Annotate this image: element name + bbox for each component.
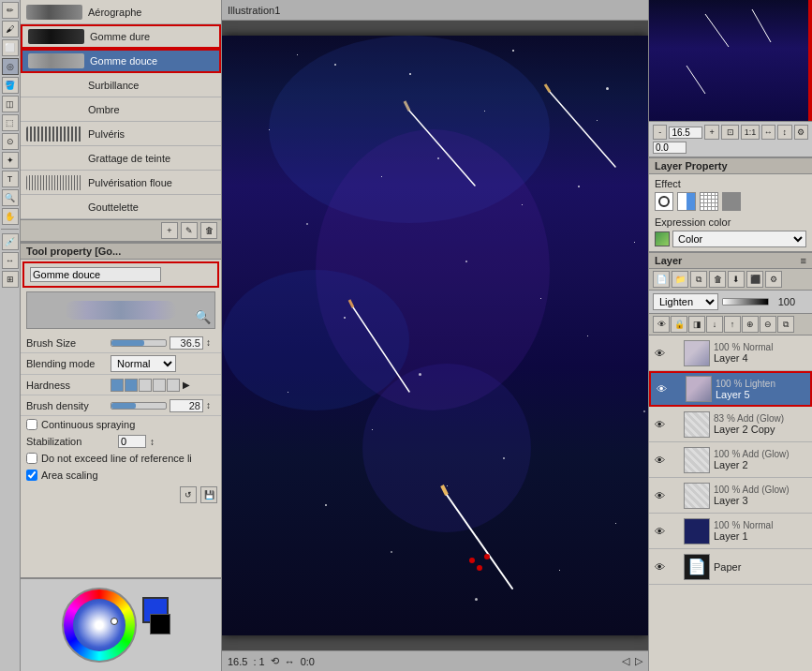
tool-misc[interactable]: ⊞ [2,271,19,288]
layer-item-layer3[interactable]: 👁 100 % Add (Glow) Layer 3 [649,478,812,514]
canvas-rotate-icon[interactable]: ⟲ [271,655,279,667]
zoom-input[interactable] [669,127,702,139]
opacity-slider[interactable] [722,298,769,306]
layer-item-layer5[interactable]: 👁 100 % Lighten Layer 5 [649,371,812,407]
layer-folder-btn[interactable]: 📁 [672,271,688,288]
brush-item-grattage[interactable]: Grattage de teinte [21,146,221,171]
do-not-exceed-checkbox[interactable] [26,453,37,464]
sub-btn-6[interactable]: ⊕ [742,316,759,333]
brush-density-slider[interactable] [111,402,167,410]
zoom-out-btn[interactable]: - [653,125,667,140]
tool-hand[interactable]: ✋ [2,208,19,225]
zoom-flip-h-btn[interactable]: ↔ [761,125,775,140]
effect-btn-grid[interactable] [700,192,718,211]
brush-item-aerographe[interactable]: Aérographe [21,0,221,24]
layer-panel-icon[interactable]: ≡ [801,255,806,266]
sub-btn-3[interactable]: ◨ [688,316,705,333]
hardness-box-4[interactable] [153,379,166,392]
layer-eye-layer3[interactable]: 👁 [652,488,667,503]
layer-eye-layer1[interactable]: 👁 [652,524,667,539]
continuous-spraying-checkbox[interactable] [26,419,37,430]
brush-item-gomme-dure[interactable]: Gomme dure [21,24,221,49]
brush-edit-btn[interactable]: ✎ [181,222,198,239]
expression-color-swatch[interactable] [655,231,670,246]
tool-eraser[interactable]: ⬜ [2,39,19,56]
hardness-box-3[interactable] [139,379,152,392]
brush-item-surbillance[interactable]: Surbillance [21,73,221,97]
canvas-image[interactable] [222,36,648,635]
layer-eye-paper[interactable]: 👁 [652,559,667,574]
layer-eye-layer2copy[interactable]: 👁 [652,417,667,432]
tool-lasso[interactable]: ⊙ [2,133,19,150]
zoom-fit-btn[interactable]: ⊡ [721,125,739,140]
brush-item-pulveris[interactable]: Pulvéris [21,122,221,146]
brush-size-slider[interactable] [111,339,167,347]
hardness-box-2[interactable] [125,379,138,392]
brush-add-btn[interactable]: + [161,222,178,239]
layer-eye-layer4[interactable]: 👁 [652,346,667,361]
layer-delete-btn[interactable]: 🗑 [709,271,726,288]
tool-spray[interactable]: ◎ [2,58,19,75]
tool-text[interactable]: T [2,171,19,187]
rotate-input[interactable] [653,142,687,154]
brush-item-gomme-douce[interactable]: Gomme douce [21,49,221,73]
tool-move[interactable]: ✦ [2,152,19,169]
layer-item-layer4[interactable]: 👁 100 % Normal Layer 4 [649,336,812,371]
layer-blend-dropdown[interactable]: Lighten Normal Multiply Screen Add (Glow… [653,293,718,310]
layer-item-paper[interactable]: 👁 📄 Paper [649,549,812,585]
zoom-in-btn[interactable]: + [704,125,718,140]
hardness-box-5[interactable] [167,379,180,392]
effect-btn-black[interactable] [722,192,741,211]
layer-item-layer2[interactable]: 👁 100 % Add (Glow) Layer 2 [649,442,812,478]
sub-btn-8[interactable]: ⧉ [777,316,794,333]
zoom-settings-btn[interactable]: ⚙ [794,125,808,140]
layer-item-layer1[interactable]: 👁 100 % Normal Layer 1 [649,514,812,549]
background-color[interactable] [150,614,170,634]
layer-new-btn[interactable]: 📄 [653,271,670,288]
tool-name-input[interactable] [30,267,161,282]
tool-pen[interactable]: ✏ [2,2,19,19]
brush-item-pulv-floue[interactable]: Pulvérisation floue [21,171,221,195]
sub-btn-1[interactable]: 👁 [653,316,670,333]
tool-prop-save-btn[interactable]: 💾 [200,486,217,503]
expression-color-dropdown[interactable]: Color Monochrome [672,231,806,247]
sub-btn-2[interactable]: 🔒 [671,316,687,333]
brush-item-gouttelette[interactable]: Gouttelette [21,195,221,219]
zoom-preview-icon[interactable]: 🔍 [195,309,211,324]
tool-gradient[interactable]: ◫ [2,96,19,112]
tool-prop-reset-btn[interactable]: ↺ [180,486,197,503]
zoom-actual-btn[interactable]: 1:1 [741,125,759,140]
layer-settings-btn[interactable]: ⚙ [765,271,782,288]
blending-mode-dropdown[interactable]: Normal Multiply Screen [111,355,176,372]
area-scaling-checkbox[interactable] [26,470,37,481]
layer-copy-btn[interactable]: ⧉ [690,271,707,288]
sub-btn-7[interactable]: ⊖ [760,316,776,333]
tool-curve[interactable]: ↔ [2,252,19,269]
canvas-scroll-right[interactable]: ▷ [635,655,642,667]
stabilization-stepper[interactable]: ↕ [150,437,155,447]
layer-eye-layer2[interactable]: 👁 [652,453,667,468]
tool-zoom[interactable]: 🔍 [2,189,19,206]
brush-item-ombre[interactable]: Ombre [21,97,221,122]
tool-select[interactable]: ⬚ [2,114,19,131]
layer-flatten-btn[interactable]: ⬛ [746,271,763,288]
stabilization-input[interactable] [118,435,146,448]
layer-merge-btn[interactable]: ⬇ [728,271,745,288]
hardness-box-1[interactable] [111,379,124,392]
effect-btn-half[interactable] [677,192,696,211]
layer-eye-layer5[interactable]: 👁 [654,381,669,396]
sub-btn-4[interactable]: ↓ [706,316,723,333]
zoom-flip-v-btn[interactable]: ↕ [777,125,791,140]
sub-btn-5[interactable]: ↑ [724,316,741,333]
canvas-flip-icon[interactable]: ↔ [285,656,295,667]
canvas-main[interactable] [222,21,648,650]
canvas-scroll-left[interactable]: ◁ [622,655,629,667]
effect-btn-circle[interactable] [655,192,673,211]
color-wheel[interactable] [62,588,137,663]
tool-eyedrop[interactable]: 💉 [2,233,19,250]
left-toolbar: ✏ 🖌 ⬜ ◎ 🪣 ◫ ⬚ ⊙ ✦ T 🔍 ✋ 💉 ↔ ⊞ [0,0,21,671]
tool-brush[interactable]: 🖌 [2,21,19,37]
layer-item-layer2copy[interactable]: 👁 83 % Add (Glow) Layer 2 Copy [649,407,812,442]
tool-fill[interactable]: 🪣 [2,77,19,94]
brush-delete-btn[interactable]: 🗑 [200,222,217,239]
